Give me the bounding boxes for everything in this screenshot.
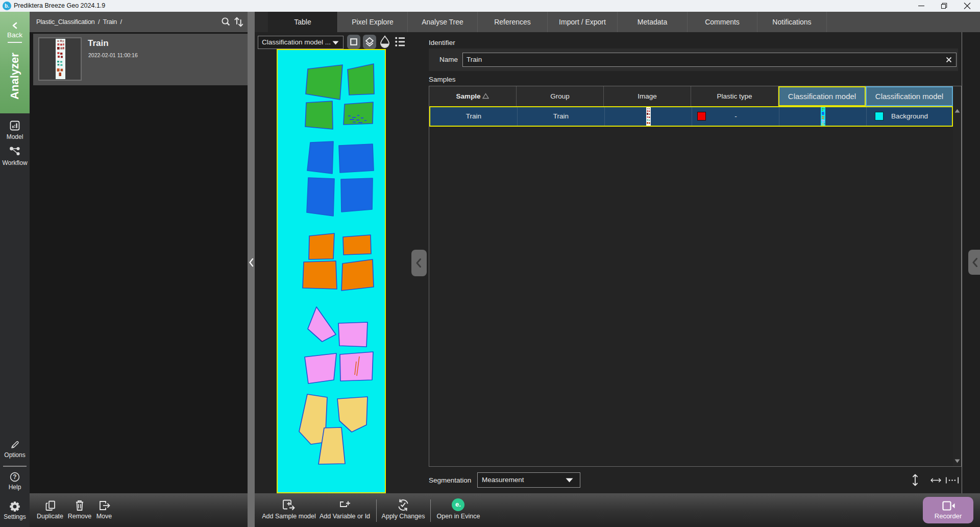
svg-text:?: ? — [13, 473, 16, 481]
